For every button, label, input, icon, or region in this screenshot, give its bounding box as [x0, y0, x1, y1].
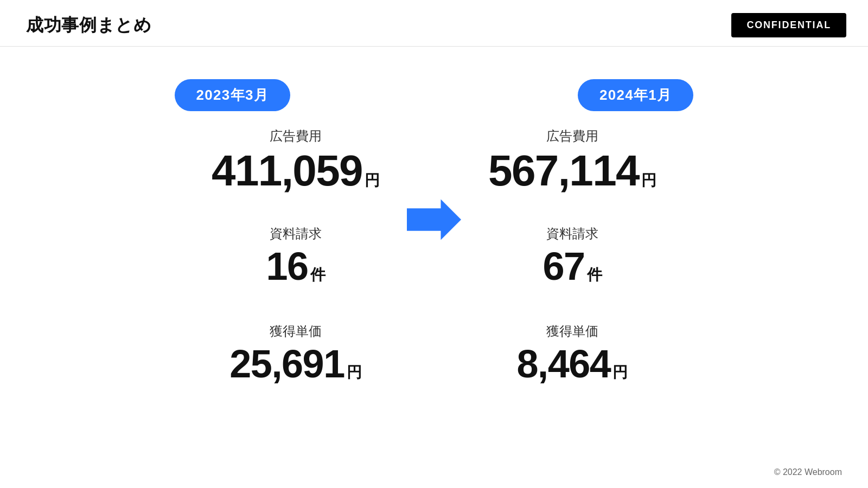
right-ad-cost-label: 広告費用 [546, 127, 598, 145]
left-request-value: 16 [266, 247, 308, 286]
main-content: 2023年3月 2024年1月 広告費用 411,059 円 資料請求 16 件 [0, 47, 868, 420]
left-cpa-value-row: 25,691 円 [229, 344, 362, 383]
right-request-value: 67 [542, 247, 584, 286]
right-request-unit: 件 [587, 265, 602, 285]
right-request-block: 資料請求 67 件 [542, 225, 602, 296]
right-cpa-value-row: 8,464 円 [517, 344, 628, 383]
right-ad-cost-value-row: 567,114 円 [488, 149, 656, 192]
metrics-container: 広告費用 411,059 円 資料請求 16 件 獲得単価 25,691 [212, 127, 656, 420]
right-cpa-value: 8,464 [517, 344, 611, 383]
right-date-badge: 2024年1月 [578, 79, 693, 111]
date-row: 2023年3月 2024年1月 [175, 79, 694, 111]
left-cpa-label: 獲得単価 [270, 323, 322, 340]
right-ad-cost-unit: 円 [641, 170, 656, 191]
left-request-value-row: 16 件 [266, 247, 325, 286]
right-ad-cost-value: 567,114 [488, 149, 639, 192]
left-request-label: 資料請求 [270, 225, 322, 242]
footer: © 2022 Webroom [774, 467, 842, 477]
left-ad-cost-value-row: 411,059 円 [212, 149, 380, 192]
confidential-badge: CONFIDENTIAL [731, 13, 846, 37]
left-date-badge: 2023年3月 [175, 79, 290, 111]
right-request-value-row: 67 件 [542, 247, 602, 286]
right-request-label: 資料請求 [546, 225, 598, 242]
left-ad-cost-value: 411,059 [212, 149, 362, 192]
left-ad-cost-block: 広告費用 411,059 円 [212, 127, 380, 198]
left-request-block: 資料請求 16 件 [266, 225, 325, 296]
right-cpa-unit: 円 [612, 362, 628, 383]
left-cpa-block: 獲得単価 25,691 円 [229, 323, 362, 393]
header: 成功事例まとめ CONFIDENTIAL [0, 0, 868, 47]
copyright: © 2022 Webroom [774, 467, 842, 477]
right-cpa-block: 獲得単価 8,464 円 [517, 323, 628, 393]
right-arrow-icon [407, 198, 461, 241]
page-title: 成功事例まとめ [26, 14, 151, 37]
right-cpa-label: 獲得単価 [546, 323, 598, 340]
arrow-container [407, 198, 461, 241]
left-cpa-unit: 円 [347, 362, 362, 383]
right-column: 広告費用 567,114 円 資料請求 67 件 獲得単価 8,464 [488, 127, 656, 420]
left-column: 広告費用 411,059 円 資料請求 16 件 獲得単価 25,691 [212, 127, 380, 420]
left-ad-cost-label: 広告費用 [270, 127, 322, 145]
left-request-unit: 件 [310, 265, 326, 285]
left-cpa-value: 25,691 [229, 344, 344, 383]
svg-marker-0 [407, 200, 461, 240]
right-ad-cost-block: 広告費用 567,114 円 [488, 127, 656, 198]
left-ad-cost-unit: 円 [365, 170, 380, 191]
